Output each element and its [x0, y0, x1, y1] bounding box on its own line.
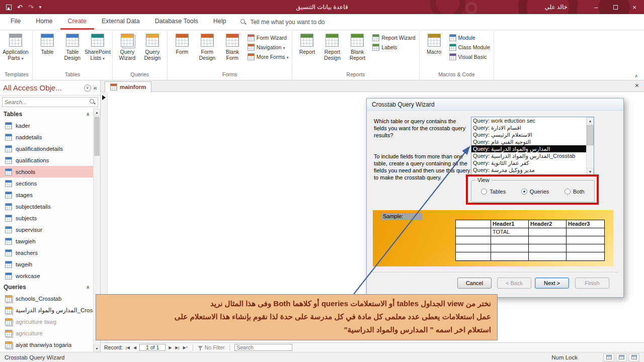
maximize-button[interactable]: [606, 0, 625, 14]
save-icon[interactable]: [6, 5, 12, 10]
ribbon-group-reports: ReportReport DesignBlank ReportReport Wi…: [292, 31, 419, 80]
undo-icon[interactable]: ↶: [17, 4, 23, 11]
record-next-button[interactable]: ▶: [168, 345, 172, 350]
nav-menu-icon[interactable]: ∨: [84, 84, 91, 92]
shutter-bar-icon[interactable]: «: [94, 84, 97, 92]
list-scrollbar[interactable]: ▲ ▼: [586, 117, 594, 175]
nav-item-agriculture-tawg[interactable]: agriculture tawg: [0, 316, 93, 327]
ribbon-button-class-module[interactable]: Class Module: [449, 44, 491, 51]
ribbon-button-table[interactable]: Table: [35, 32, 59, 67]
redo-icon[interactable]: ↷: [28, 4, 34, 11]
ribbon-button-application-parts[interactable]: Application Parts ▾: [4, 32, 28, 67]
query-list-item[interactable]: Query: التوجيه الفني عام: [471, 138, 586, 145]
record-search-input[interactable]: [234, 344, 292, 351]
ribbon-tab-database-tools[interactable]: Database Tools: [147, 14, 206, 30]
nav-item-crosst[interactable]: المدارس والمواد الدراسية_Crosst...: [0, 304, 93, 316]
ribbon-button-macro[interactable]: Macro: [422, 32, 446, 67]
nav-item-stages[interactable]: stages: [0, 189, 93, 201]
nav-item-subjects[interactable]: subjects: [0, 212, 93, 224]
ribbon-tab-help[interactable]: Help: [206, 14, 234, 30]
ribbon-button-label: SharePoint Lists ▾: [85, 49, 111, 61]
user-name[interactable]: خالد علي: [545, 0, 568, 14]
nav-item-aiyat-thanwiya-togaria[interactable]: aiyat thanwiya togaria: [0, 339, 93, 350]
ribbon-button-report-design[interactable]: Report Design: [320, 32, 344, 67]
ribbon-button-module[interactable]: Module: [449, 34, 491, 41]
nav-item-kader[interactable]: kader: [0, 120, 93, 131]
record-first-button[interactable]: |◀: [125, 345, 130, 350]
query-list-item[interactable]: Query: المدارس والمواد الدراسية_Crosstab: [471, 152, 586, 159]
qat-dropdown-icon[interactable]: ▾: [39, 5, 42, 10]
nav-item-tawgieh[interactable]: tawgieh: [0, 235, 93, 247]
nav-search-input[interactable]: [3, 99, 90, 105]
scroll-down-icon[interactable]: ▼: [94, 345, 100, 352]
query-list-item[interactable]: Query: work eduction sec: [471, 117, 586, 124]
ribbon-button-query-wizard[interactable]: Query Wizard: [115, 32, 139, 67]
nav-section-tables[interactable]: Tables∧: [0, 109, 93, 120]
ribbon-button-form-wizard[interactable]: Form Wizard: [248, 34, 289, 41]
nav-item-sections[interactable]: sections: [0, 177, 93, 189]
nav-section-queries[interactable]: Queries∧: [0, 282, 93, 293]
record-new-button[interactable]: ▶*: [183, 345, 188, 350]
query-list[interactable]: ▲ ▼ Query: work eduction secQuery: اقسام…: [471, 117, 594, 176]
scroll-up-icon[interactable]: ▲: [587, 117, 594, 125]
query-list-item[interactable]: Query: المدارس والمواد الدراسية: [471, 145, 586, 152]
querywizard-icon: [121, 34, 134, 47]
nav-item-naddetails[interactable]: naddetails: [0, 131, 93, 143]
ribbon-tab-external-data[interactable]: External Data: [94, 14, 147, 30]
ribbon-button-sharepoint-lists[interactable]: SharePoint Lists ▾: [86, 32, 110, 67]
ribbon-button-visual-basic[interactable]: Visual Basic: [449, 53, 491, 60]
ribbon-button-blank-form[interactable]: Blank Form: [220, 32, 245, 67]
ribbon-button-labels[interactable]: Labels: [372, 44, 415, 51]
form-view-button[interactable]: [603, 353, 614, 361]
nav-item-teachers[interactable]: teachers: [0, 247, 93, 258]
ribbon-button-query-design[interactable]: Query Design: [140, 32, 165, 67]
document-tab-mainform[interactable]: mainform: [105, 81, 151, 92]
record-prev-button[interactable]: ◀: [133, 345, 137, 350]
minimize-button[interactable]: –: [587, 0, 606, 14]
query-list-item[interactable]: Query: كفر عمار الثانوية: [471, 159, 586, 166]
scrollbar-thumb[interactable]: [587, 125, 594, 145]
datasheet-view-button[interactable]: [616, 353, 627, 361]
scrollbar-thumb[interactable]: [94, 117, 100, 156]
nav-pane-title[interactable]: All Access Obje...: [3, 83, 82, 92]
ribbon-button-form[interactable]: Form: [170, 32, 194, 67]
ribbon-tab-home[interactable]: Home: [28, 14, 60, 30]
scroll-up-icon[interactable]: ▲: [94, 109, 100, 116]
document-close-icon[interactable]: ×: [635, 81, 639, 89]
close-button[interactable]: ×: [625, 0, 644, 14]
document-tab-label: mainform: [120, 84, 146, 90]
design-view-button[interactable]: [628, 353, 639, 361]
ribbon-button-form-design[interactable]: Form Design: [195, 32, 219, 67]
dialog-titlebar[interactable]: Crosstab Query Wizard: [367, 99, 623, 111]
record-last-button[interactable]: ▶|: [175, 345, 180, 350]
nav-item-schools[interactable]: schools: [0, 166, 93, 177]
nav-item-subjectdetails[interactable]: subjectdetails: [0, 201, 93, 212]
ribbon-button-more-forms[interactable]: More Forms ▾: [248, 53, 289, 60]
ribbon-button-navigation[interactable]: Navigation ▾: [248, 44, 289, 51]
query-list-item[interactable]: Query: الاستعلام الرئيسي: [471, 131, 586, 138]
nav-item-supervisur[interactable]: supervisur: [0, 224, 93, 235]
next-button[interactable]: Next >: [535, 278, 569, 289]
nav-item-workcase[interactable]: workcase: [0, 270, 93, 282]
nav-item-qualifications[interactable]: qualifications: [0, 154, 93, 166]
cancel-button[interactable]: Cancel: [457, 278, 492, 289]
ribbon-button-report-wizard[interactable]: Report Wizard: [372, 34, 415, 41]
no-filter-toggle[interactable]: No Filter: [198, 344, 225, 350]
ribbon-button-blank-report[interactable]: Blank Report: [345, 32, 369, 67]
nav-item-agriculture[interactable]: agriculture: [0, 327, 93, 339]
record-position[interactable]: 1 of 1: [139, 344, 166, 351]
query-list-item[interactable]: Query: مدير ووكيل مدرسة: [471, 166, 586, 173]
ribbon-button-table-design[interactable]: Table Design: [60, 32, 85, 67]
sample-cell: [456, 220, 491, 228]
tell-me-box[interactable]: Tell me what you want to do: [240, 14, 325, 30]
nav-item-qualificationdetails[interactable]: qualificationdetails: [0, 143, 93, 154]
ribbon-tab-file[interactable]: File: [3, 14, 28, 30]
query-list-item[interactable]: Query: اقسام الادارة: [471, 124, 586, 131]
nav-item-schools-crosstab[interactable]: schools_Crosstab: [0, 293, 93, 304]
nav-item-twgeih[interactable]: twgeih: [0, 258, 93, 270]
chevron-up-icon: ∧: [86, 285, 90, 290]
ribbon-button-report[interactable]: Report: [295, 32, 319, 67]
ribbon-tab-create[interactable]: Create: [60, 14, 95, 30]
search-icon[interactable]: [90, 99, 96, 105]
collapse-ribbon-icon[interactable]: ∧: [634, 73, 638, 78]
